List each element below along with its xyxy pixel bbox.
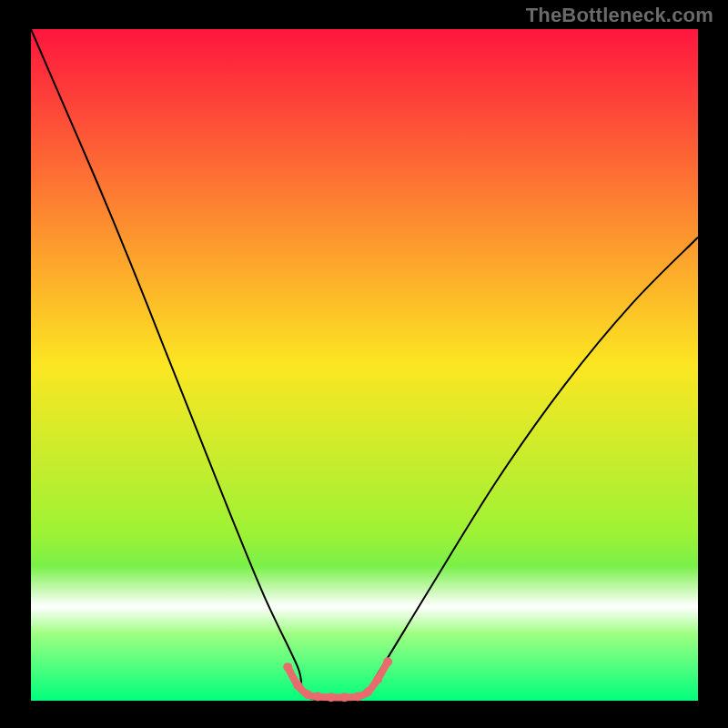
- svg-point-9: [383, 657, 392, 666]
- svg-point-8: [373, 674, 382, 683]
- plot-background: [31, 29, 698, 701]
- svg-point-7: [363, 687, 372, 696]
- svg-point-4: [327, 693, 336, 702]
- svg-point-1: [293, 681, 302, 690]
- watermark-text: TheBottleneck.com: [526, 4, 713, 27]
- svg-point-5: [340, 693, 349, 702]
- svg-point-3: [313, 693, 322, 702]
- svg-point-6: [353, 693, 362, 702]
- bottleneck-chart: [0, 0, 728, 728]
- chart-stage: TheBottleneck.com: [0, 0, 728, 728]
- svg-point-2: [303, 690, 312, 699]
- svg-point-0: [283, 662, 292, 672]
